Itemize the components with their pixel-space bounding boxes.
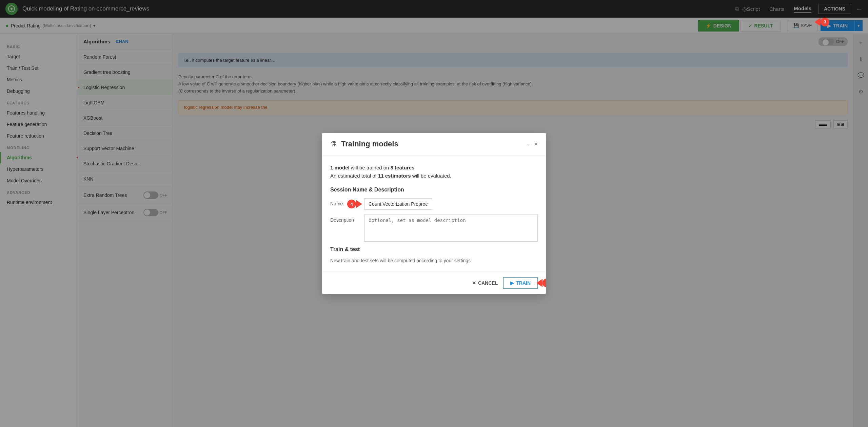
summary-text2: An estimated total of: [330, 173, 378, 179]
feature-count: 8 features: [391, 165, 415, 170]
summary-text3: will be evaluated.: [411, 173, 451, 179]
modal-body: 1 model will be trained on 8 features An…: [322, 156, 546, 271]
cancel-button[interactable]: ✕ CANCEL: [472, 280, 498, 286]
modal-header-buttons: − ×: [527, 141, 538, 148]
modal-train-button[interactable]: ▶ TRAIN: [503, 277, 538, 289]
session-section-title: Session Name & Description: [330, 187, 538, 193]
summary-text1: will be trained on: [350, 165, 391, 170]
modal-title: Training models: [341, 140, 522, 148]
train-test-section: Train & test New train and test sets wil…: [330, 246, 538, 263]
train-test-title: Train & test: [330, 246, 538, 252]
modal-close-button[interactable]: ×: [534, 141, 538, 148]
modal-overlay: ⚗ Training models − × 1 model will be tr…: [0, 0, 868, 427]
modal-minimize-button[interactable]: −: [527, 141, 530, 148]
name-form-row: Name 4: [330, 198, 538, 210]
model-count: 1 model: [330, 165, 350, 170]
description-label: Description: [330, 215, 364, 223]
train-test-desc: New train and test sets will be computed…: [330, 258, 538, 263]
modal-summary: 1 model will be trained on 8 features An…: [330, 164, 538, 180]
modal-flask-icon: ⚗: [330, 140, 337, 148]
session-description-input[interactable]: [364, 215, 538, 242]
cancel-x-icon: ✕: [472, 280, 476, 286]
name-label: Name: [330, 198, 364, 206]
modal-footer: ✕ CANCEL ▶ TRAIN 5: [322, 271, 546, 294]
modal-header: ⚗ Training models − ×: [322, 133, 546, 156]
training-models-modal: ⚗ Training models − × 1 model will be tr…: [322, 133, 546, 294]
estimators-count: 11 estimators: [378, 173, 411, 179]
description-form-row: Description: [330, 215, 538, 242]
session-name-input[interactable]: [364, 198, 432, 210]
modal-train-play-icon: ▶: [510, 280, 514, 286]
